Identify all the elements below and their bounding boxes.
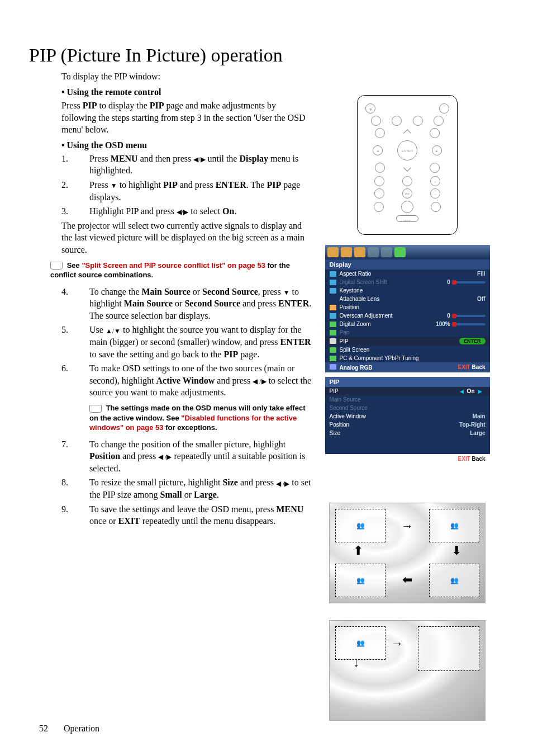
osd-label: Keystone [340, 287, 363, 294]
t: and press [215, 376, 253, 385]
osd-label: Split Screen [340, 347, 370, 353]
t: to select [188, 206, 222, 216]
after-step3: The projector will select two currently … [61, 220, 313, 256]
osd-label: Main Source [330, 396, 361, 403]
left-arrow-icon: ◀ [456, 389, 467, 394]
osd-label: Overscan Adjustment [340, 313, 393, 319]
osd-label: Size [330, 430, 340, 436]
t: ENTER [216, 180, 246, 190]
osd-value: 0 [447, 313, 450, 319]
remote-button: PIP [402, 188, 412, 199]
t: Press [89, 154, 111, 163]
osd-label: PIP [330, 388, 339, 394]
pip-size-illustration: 👥 → ↓ [329, 620, 486, 721]
step-text: Highlight PIP and press ◀/▶ to select On… [89, 205, 313, 218]
step-num: 1. [61, 153, 89, 177]
down-arrow-icon: ↓ [353, 655, 359, 670]
osd-value: 100% [436, 321, 450, 327]
t: PIP [83, 101, 97, 110]
remote-button [430, 128, 440, 138]
row-icon [330, 288, 336, 294]
step-num: 7. [61, 438, 89, 475]
step-text: To make OSD settings to one of the two s… [89, 362, 313, 399]
right-arrow-icon: → [401, 519, 413, 533]
osd-value: On [467, 388, 475, 394]
right-arrow-icon: ▶ [475, 389, 486, 394]
remote-button: + [430, 176, 440, 186]
pip-mini: 👥 [335, 564, 386, 597]
enter-button: ENTER [397, 140, 417, 160]
note-conflict: See "Split Screen and PIP source conflic… [50, 261, 313, 280]
remote-button [374, 188, 384, 199]
menu-button: MENU [396, 215, 418, 222]
row-icon [330, 305, 336, 310]
osd-label: Position [330, 422, 350, 428]
osd-value: Main [473, 413, 486, 419]
bullet-osd: Using the OSD menu [61, 140, 313, 150]
step-list: 7. To change the position of the smaller… [61, 438, 313, 527]
osd-label: Position [340, 304, 360, 310]
slider-icon [452, 281, 486, 284]
tab-icon [354, 247, 365, 257]
osd-label: PC & Component YPbPr Tuning [340, 355, 419, 361]
osd-label: Active Window [330, 413, 367, 419]
page-number: 52 [39, 724, 61, 734]
osd-value: Large [470, 430, 485, 436]
note-icon [89, 405, 102, 413]
down-arrow-icon [403, 164, 411, 172]
exit-label: EXIT [458, 364, 470, 370]
t: or [182, 490, 194, 499]
analog-icon [330, 364, 336, 370]
step-text: Use ▲/▼ to highlight the source you want… [89, 324, 313, 360]
remote-button: ◀ [373, 145, 383, 155]
left-right-arrow-icon: ◀ /▶ [158, 452, 172, 461]
row-icon [330, 356, 336, 361]
up-arrow-icon [403, 129, 411, 137]
t: until the [206, 154, 240, 163]
power-icon: ⏻ [365, 103, 375, 114]
step-list: 1. Press MENU and then press ◀/▶ until t… [61, 153, 313, 218]
t: PIP [223, 349, 238, 359]
t: and press [238, 478, 276, 487]
t: Display [239, 154, 268, 163]
t: Press [61, 101, 83, 110]
pip-mini: 👥 [429, 509, 479, 542]
left-right-arrow-icon: ◀/▶ [177, 207, 188, 216]
t: and press [178, 180, 216, 190]
remote-button [375, 128, 385, 138]
t: To resize the small picture, highlight [89, 478, 222, 487]
remote-button [374, 202, 384, 212]
pip-position-illustration: 👥 👥 → 👥 👥 ⬆ ⬇ ⬅ [329, 503, 486, 603]
step-num: 3. [61, 205, 89, 218]
t: Use [89, 325, 106, 334]
pip-mini: 👥 [429, 564, 479, 597]
pip-mini: 👥 [335, 509, 386, 542]
t: To change the [89, 287, 142, 296]
tab-icon [327, 247, 339, 257]
page-footer: 52 Operation [39, 724, 99, 734]
osd-label: Pan [340, 329, 350, 336]
up-arrow-icon: ⬆ [353, 544, 363, 558]
t: or [173, 299, 184, 308]
t: . The [246, 180, 267, 190]
osd-title: PIP [325, 377, 490, 387]
remote-button [431, 202, 441, 212]
page-title: PIP (Picture In Picture) operation [29, 45, 313, 66]
t: Highlight PIP and press [89, 206, 177, 216]
left-right-arrow-icon: ◀ /▶ [253, 377, 266, 386]
remote-button: ▶ [432, 145, 442, 155]
up-down-arrow-icon: ▲/▼ [106, 327, 121, 336]
osd-display-menu: Display Aspect RatioFill Digital Screen … [325, 245, 490, 372]
row-icon [330, 313, 336, 319]
remote-button [375, 163, 385, 173]
t: to save the setting and go back to the [89, 349, 223, 359]
step-text: Press MENU and then press ◀/▶ until the … [89, 153, 313, 177]
row-icon [330, 338, 336, 344]
slider-icon [452, 323, 486, 325]
step-num: 5. [61, 324, 89, 360]
tab-icon [341, 247, 352, 257]
link-conflict-list[interactable]: "Split Screen and PIP source conflict li… [82, 261, 265, 270]
osd-label: Digital Screen Shift [340, 279, 387, 285]
down-arrow-icon: ▼ [283, 288, 290, 297]
back-icon [439, 103, 449, 114]
